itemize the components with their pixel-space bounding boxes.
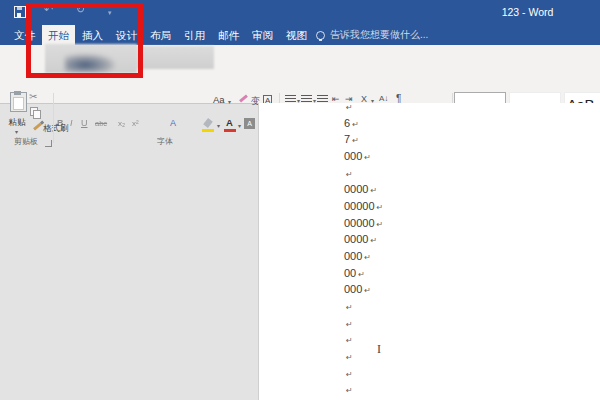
document-page[interactable]: ↵6↵7↵000↵↵0000↵00000↵00000↵0000↵000↵00↵0… <box>258 103 600 400</box>
paragraph-mark: ↵ <box>346 170 353 179</box>
lightbulb-icon <box>316 31 325 40</box>
font-color-icon[interactable]: A <box>226 118 233 128</box>
text-cursor-icon: I <box>377 343 381 355</box>
paragraph-mark: ↵ <box>377 203 384 212</box>
text-effects-icon[interactable]: A <box>170 118 176 128</box>
character-shading-icon[interactable]: A <box>244 118 255 129</box>
document-line: 000↵ <box>344 149 396 166</box>
underline-icon[interactable]: U <box>81 119 88 128</box>
font-color-dropdown-icon[interactable]: ▾ <box>238 123 241 129</box>
document-lines: ↵6↵7↵000↵↵0000↵00000↵00000↵0000↵000↵00↵0… <box>344 99 396 400</box>
change-case-dropdown-icon[interactable]: ▾ <box>228 99 231 105</box>
document-line: 000↵ <box>344 282 396 299</box>
paragraph-mark: ↵ <box>346 336 353 345</box>
copy-icon[interactable] <box>30 107 38 116</box>
document-line: 00000↵ <box>344 199 396 216</box>
annotation-red-box <box>26 3 143 78</box>
paragraph-mark: ↵ <box>346 370 353 379</box>
document-line: 000↵ <box>344 249 396 266</box>
paste-dropdown-icon[interactable]: ▾ <box>15 129 18 135</box>
paragraph-mark: ↵ <box>346 386 353 395</box>
highlight-dropdown-icon[interactable]: ▾ <box>217 123 220 129</box>
tab-layout[interactable]: 布局 <box>144 25 177 45</box>
tab-review[interactable]: 审阅 <box>246 25 279 45</box>
paragraph-mark: ↵ <box>352 136 359 145</box>
cut-icon[interactable]: ✂ <box>29 92 37 102</box>
censored-region <box>136 46 214 69</box>
paragraph-mark: ↵ <box>370 186 377 195</box>
document-line: ↵ <box>344 299 396 316</box>
strikethrough-icon[interactable]: abc <box>95 120 107 128</box>
document-line: ↵ <box>344 316 396 333</box>
word-window: ↶ ↻ ▾ 123 - Word 文件 开始 插入 设计 布局 引用 邮件 审阅… <box>0 0 600 400</box>
paragraph-mark: ↵ <box>346 353 353 362</box>
paragraph-mark: ↵ <box>377 220 384 229</box>
paragraph-mark: ↵ <box>346 303 353 312</box>
clipboard-group-label: 剪贴板 <box>4 136 48 147</box>
highlight-color-bar <box>202 129 214 132</box>
document-line: ↵ <box>344 382 396 399</box>
document-line: 0000↵ <box>344 182 396 199</box>
paragraph-mark: ↵ <box>352 120 359 129</box>
paragraph-mark: ↵ <box>346 320 353 329</box>
document-line: ↵ <box>344 166 396 183</box>
document-line: ↵ <box>344 349 396 366</box>
paragraph-mark: ↵ <box>358 270 365 279</box>
tab-view[interactable]: 视图 <box>280 25 313 45</box>
phonetic-guide-icon[interactable] <box>239 94 248 102</box>
paragraph-mark: ↵ <box>364 286 371 295</box>
paragraph-mark: ↵ <box>370 236 377 245</box>
paragraph-mark: ↵ <box>364 153 371 162</box>
paste-button[interactable]: 粘贴 <box>3 117 31 129</box>
italic-icon[interactable]: I <box>70 119 73 128</box>
bold-icon[interactable]: B <box>57 119 64 128</box>
tell-me-box[interactable]: 告诉我您想要做什么... <box>316 25 428 45</box>
document-line: 00↵ <box>344 266 396 283</box>
tell-me-label: 告诉我您想要做什么... <box>330 28 428 42</box>
format-painter-icon[interactable] <box>33 122 42 130</box>
document-line: ↵ <box>344 99 396 116</box>
save-icon[interactable] <box>14 6 26 18</box>
window-title: 123 - Word <box>455 6 600 18</box>
font-color-bar <box>224 129 236 132</box>
document-line: 0000↵ <box>344 232 396 249</box>
text-highlight-icon[interactable] <box>203 118 213 128</box>
clipboard-dialog-launcher-icon[interactable] <box>45 140 52 147</box>
tab-references[interactable]: 引用 <box>178 25 211 45</box>
format-painter-button[interactable]: 格式刷 <box>43 123 69 135</box>
font-group-label: 字体 <box>145 136 185 147</box>
superscript-icon[interactable]: x² <box>132 120 139 128</box>
document-line: 00000↵ <box>344 216 396 233</box>
paste-icon[interactable] <box>10 92 27 112</box>
subscript-icon[interactable]: x₂ <box>118 120 125 128</box>
document-line: ↵ <box>344 366 396 383</box>
document-line: 6↵ <box>344 116 396 133</box>
paragraph-mark: ↵ <box>346 103 353 112</box>
change-case-icon[interactable]: Aa <box>213 95 225 105</box>
paragraph-mark: ↵ <box>364 253 371 262</box>
document-line: 7↵ <box>344 132 396 149</box>
document-line: ↵ <box>344 332 396 349</box>
tab-mailings[interactable]: 邮件 <box>212 25 245 45</box>
